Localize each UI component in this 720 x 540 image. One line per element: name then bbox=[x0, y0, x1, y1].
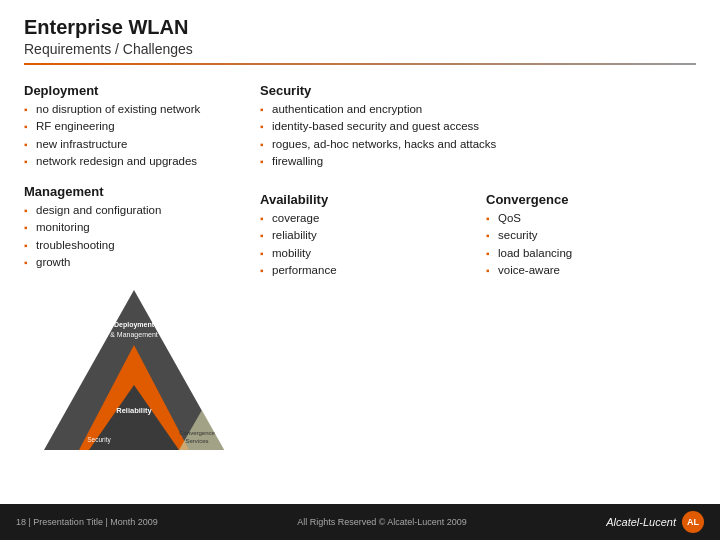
list-item: monitoring bbox=[24, 219, 244, 236]
list-item: reliability bbox=[260, 227, 470, 244]
list-item: rogues, ad-hoc networks, hacks and attac… bbox=[260, 136, 696, 153]
svg-text:& Management: & Management bbox=[110, 331, 158, 339]
list-item: no disruption of existing network bbox=[24, 101, 244, 118]
footer: 18 | Presentation Title | Month 2009 All… bbox=[0, 504, 720, 540]
svg-text:Deployment: Deployment bbox=[114, 321, 155, 329]
security-section: Security authentication and encryption i… bbox=[260, 83, 696, 184]
convergence-section: Convergence QoS security load balancing … bbox=[486, 192, 696, 293]
security-list: authentication and encryption identity-b… bbox=[260, 101, 696, 170]
header-divider bbox=[24, 63, 696, 65]
header: Enterprise WLAN Requirements / Challenge… bbox=[0, 0, 720, 71]
pyramid-diagram: Deployment & Management Reliability Secu… bbox=[39, 285, 229, 455]
svg-text:Security: Security bbox=[87, 436, 111, 444]
deployment-list: no disruption of existing network RF eng… bbox=[24, 101, 244, 170]
footer-logo-text: Alcatel-Lucent bbox=[606, 516, 676, 528]
convergence-title: Convergence bbox=[486, 192, 696, 207]
right-column: Security authentication and encryption i… bbox=[260, 83, 696, 496]
list-item: authentication and encryption bbox=[260, 101, 696, 118]
list-item: design and configuration bbox=[24, 202, 244, 219]
svg-text:Convergence: Convergence bbox=[179, 430, 215, 436]
security-title: Security bbox=[260, 83, 696, 98]
slide: Enterprise WLAN Requirements / Challenge… bbox=[0, 0, 720, 540]
list-item: QoS bbox=[486, 210, 696, 227]
management-list: design and configuration monitoring trou… bbox=[24, 202, 244, 271]
availability-section: Availability coverage reliability mobili… bbox=[260, 192, 470, 293]
list-item: coverage bbox=[260, 210, 470, 227]
footer-logo: Alcatel-Lucent AL bbox=[606, 511, 704, 533]
management-section: Management design and configuration moni… bbox=[24, 184, 244, 271]
deployment-title: Deployment bbox=[24, 83, 244, 98]
right-sections: Security authentication and encryption i… bbox=[260, 83, 696, 293]
left-column: Deployment no disruption of existing net… bbox=[24, 83, 244, 496]
list-item: voice-aware bbox=[486, 262, 696, 279]
list-item: mobility bbox=[260, 245, 470, 262]
convergence-list: QoS security load balancing voice-aware bbox=[486, 210, 696, 279]
list-item: troubleshooting bbox=[24, 237, 244, 254]
svg-text:Reliability: Reliability bbox=[116, 406, 152, 415]
svg-text:Services: Services bbox=[185, 438, 208, 444]
availability-title: Availability bbox=[260, 192, 470, 207]
list-item: new infrastructure bbox=[24, 136, 244, 153]
list-item: RF engineering bbox=[24, 118, 244, 135]
slide-title: Enterprise WLAN bbox=[24, 16, 696, 39]
footer-center-text: All Rights Reserved © Alcatel-Lucent 200… bbox=[297, 517, 467, 527]
main-content: Deployment no disruption of existing net… bbox=[0, 71, 720, 504]
deployment-section: Deployment no disruption of existing net… bbox=[24, 83, 244, 170]
slide-subtitle: Requirements / Challenges bbox=[24, 41, 696, 57]
availability-list: coverage reliability mobility performanc… bbox=[260, 210, 470, 279]
footer-left-text: 18 | Presentation Title | Month 2009 bbox=[16, 517, 158, 527]
list-item: performance bbox=[260, 262, 470, 279]
list-item: firewalling bbox=[260, 153, 696, 170]
list-item: growth bbox=[24, 254, 244, 271]
management-title: Management bbox=[24, 184, 244, 199]
list-item: identity-based security and guest access bbox=[260, 118, 696, 135]
diagram-area: Deployment & Management Reliability Secu… bbox=[24, 285, 244, 455]
list-item: network redesign and upgrades bbox=[24, 153, 244, 170]
list-item: security bbox=[486, 227, 696, 244]
footer-logo-circle: AL bbox=[682, 511, 704, 533]
list-item: load balancing bbox=[486, 245, 696, 262]
